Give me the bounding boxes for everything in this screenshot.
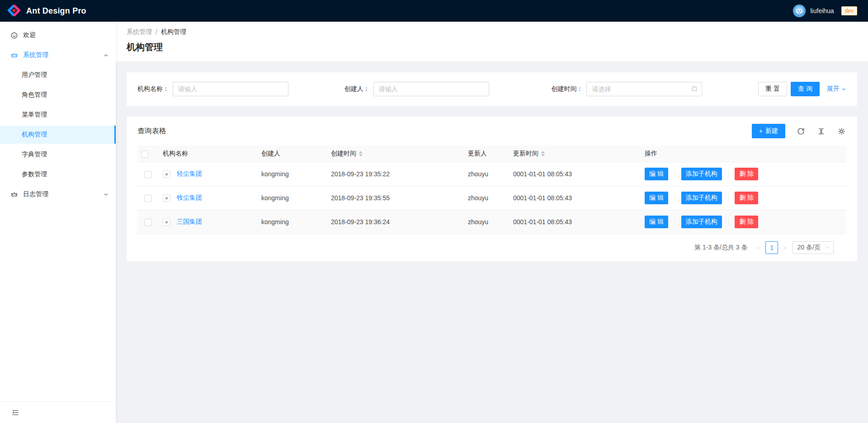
row-checkbox[interactable] bbox=[145, 171, 152, 178]
smile-icon bbox=[11, 32, 18, 39]
org-name-link[interactable]: 牧尘集团 bbox=[177, 194, 202, 201]
select-all-checkbox[interactable] bbox=[141, 150, 148, 158]
org-name-input[interactable] bbox=[173, 82, 288, 96]
reload-icon[interactable] bbox=[796, 127, 806, 136]
settings-gear-icon[interactable] bbox=[837, 127, 846, 136]
delete-button[interactable]: 删 除 bbox=[735, 216, 758, 228]
updater-cell: zhouyu bbox=[464, 210, 509, 234]
updater-cell: zhouyu bbox=[464, 162, 509, 186]
sidebar-item-param-management[interactable]: 参数管理 bbox=[0, 165, 116, 183]
column-header-org-name[interactable]: 机构名称 bbox=[163, 150, 188, 158]
sort-icon[interactable] bbox=[541, 151, 545, 156]
org-name-field-group: 机构名称： bbox=[137, 82, 344, 96]
sidebar-item-welcome[interactable]: 欢迎 bbox=[0, 26, 116, 44]
crown-icon bbox=[11, 52, 18, 59]
page-size-value: 20 条/页 bbox=[797, 244, 821, 252]
chevron-down-icon bbox=[825, 245, 830, 250]
brand[interactable]: Ant Design Pro bbox=[7, 4, 86, 18]
content: 机构名称： 创建人： 创建时间： 重 置 bbox=[116, 61, 868, 272]
divider bbox=[728, 194, 729, 202]
sidebar-item-label: 欢迎 bbox=[23, 31, 108, 39]
column-header-updater[interactable]: 更新人 bbox=[468, 150, 487, 158]
page-header: 系统管理 / 机构管理 机构管理 bbox=[116, 22, 868, 61]
calendar-icon bbox=[691, 85, 698, 92]
expand-row-icon[interactable]: + bbox=[163, 194, 170, 202]
page-number-1[interactable]: 1 bbox=[765, 241, 778, 254]
chevron-down-icon bbox=[841, 87, 846, 92]
avatar[interactable] bbox=[793, 5, 806, 17]
sidebar-item-org-management[interactable]: 机构管理 bbox=[0, 126, 116, 144]
add-child-org-button[interactable]: 添加子机构 bbox=[681, 192, 722, 204]
column-height-icon[interactable] bbox=[816, 127, 826, 136]
table-row: + 三国集团 kongming 2018-09-23 19:36:24 zhou… bbox=[137, 210, 846, 234]
expand-row-icon[interactable]: + bbox=[163, 170, 170, 178]
expand-row-icon[interactable]: + bbox=[163, 218, 170, 226]
add-child-org-button[interactable]: 添加子机构 bbox=[681, 168, 722, 180]
table-title: 查询表格 bbox=[137, 127, 166, 136]
org-name-link[interactable]: 三国集团 bbox=[177, 218, 202, 225]
table-header-row: 机构名称 创建人 创建时间 更新人 更新时间 bbox=[137, 146, 846, 162]
create-time-picker[interactable] bbox=[586, 82, 702, 96]
creator-cell: kongming bbox=[258, 210, 327, 234]
sidebar-item-menu-management[interactable]: 菜单管理 bbox=[0, 106, 116, 124]
create-time-label: 创建时间： bbox=[551, 85, 583, 93]
add-child-org-button[interactable]: 添加子机构 bbox=[681, 216, 722, 228]
divider bbox=[728, 218, 729, 226]
sidebar-item-label: 系统管理 bbox=[23, 51, 98, 59]
menu-fold-icon[interactable] bbox=[11, 408, 20, 417]
next-page-icon[interactable]: > bbox=[782, 244, 789, 251]
table-toolbar: 查询表格 + 新建 bbox=[137, 124, 846, 138]
column-header-actions: 操作 bbox=[645, 150, 657, 158]
app-title: Ant Design Pro bbox=[26, 6, 86, 16]
delete-button[interactable]: 删 除 bbox=[735, 192, 758, 204]
page-size-select[interactable]: 20 条/页 bbox=[793, 241, 834, 254]
sidebar-item-label: 用户管理 bbox=[22, 71, 47, 79]
sidebar-item-label: 机构管理 bbox=[22, 131, 47, 139]
reset-button[interactable]: 重 置 bbox=[758, 82, 787, 96]
creator-input[interactable] bbox=[373, 82, 489, 96]
header-user-area[interactable]: liufeihua dev bbox=[793, 5, 857, 17]
search-form: 机构名称： 创建人： 创建时间： 重 置 bbox=[127, 72, 857, 106]
breadcrumb-parent[interactable]: 系统管理 bbox=[127, 28, 152, 36]
query-button[interactable]: 查 询 bbox=[791, 82, 820, 96]
breadcrumb: 系统管理 / 机构管理 bbox=[127, 28, 857, 36]
breadcrumb-separator: / bbox=[156, 28, 157, 36]
create-time-field-group: 创建时间： bbox=[551, 82, 758, 96]
edit-button[interactable]: 编 辑 bbox=[645, 192, 668, 204]
prev-page-icon[interactable]: < bbox=[755, 244, 762, 251]
sidebar-item-system-management[interactable]: 系统管理 bbox=[0, 46, 116, 64]
ant-design-logo-icon bbox=[7, 4, 21, 18]
sidebar-item-user-management[interactable]: 用户管理 bbox=[0, 66, 116, 84]
org-name-link[interactable]: 轻尘集团 bbox=[177, 170, 202, 177]
sidebar-menu: 欢迎 系统管理 用户管理 角色管理 菜单管理 机构管理 字典管理 bbox=[0, 22, 116, 401]
sidebar-item-dict-management[interactable]: 字典管理 bbox=[0, 146, 116, 164]
new-button[interactable]: + 新建 bbox=[752, 124, 785, 138]
divider bbox=[675, 170, 675, 178]
sidebar-footer bbox=[0, 401, 116, 423]
sort-icon[interactable] bbox=[359, 151, 363, 156]
row-checkbox[interactable] bbox=[145, 219, 152, 226]
pagination-total: 第 1-3 条/总共 3 条 bbox=[694, 244, 747, 252]
edit-button[interactable]: 编 辑 bbox=[645, 216, 668, 228]
sidebar-item-label: 日志管理 bbox=[23, 190, 98, 198]
chevron-down-icon bbox=[104, 192, 108, 197]
org-name-label: 机构名称： bbox=[137, 85, 169, 93]
plus-icon: + bbox=[759, 127, 763, 135]
row-checkbox[interactable] bbox=[145, 195, 152, 202]
column-header-update-time[interactable]: 更新时间 bbox=[513, 150, 545, 158]
breadcrumb-current: 机构管理 bbox=[161, 28, 186, 36]
expand-filters-link[interactable]: 展开 bbox=[827, 85, 846, 93]
column-header-creator[interactable]: 创建人 bbox=[261, 150, 280, 158]
chevron-up-icon bbox=[104, 53, 108, 58]
delete-button[interactable]: 删 除 bbox=[735, 168, 758, 180]
search-actions: 重 置 查 询 展开 bbox=[758, 82, 846, 96]
sidebar-item-role-management[interactable]: 角色管理 bbox=[0, 86, 116, 104]
divider bbox=[675, 194, 675, 202]
edit-button[interactable]: 编 辑 bbox=[645, 168, 668, 180]
expand-filters-label: 展开 bbox=[827, 85, 840, 93]
create-time-cell: 2018-09-23 19:35:55 bbox=[327, 186, 464, 210]
creator-label: 创建人： bbox=[344, 85, 370, 93]
creator-cell: kongming bbox=[258, 186, 327, 210]
column-header-create-time[interactable]: 创建时间 bbox=[331, 150, 363, 158]
sidebar-item-log-management[interactable]: 日志管理 bbox=[0, 185, 116, 203]
